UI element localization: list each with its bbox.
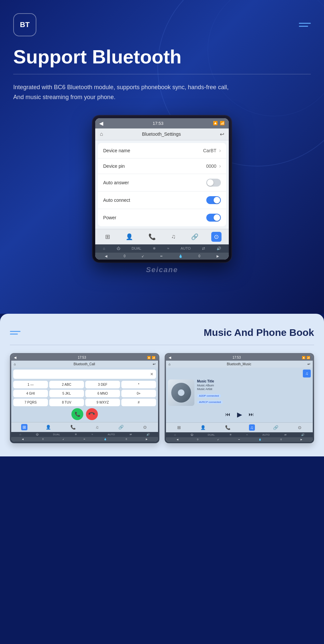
- phone-nav-title: Bluetooth_Call: [74, 362, 95, 366]
- music-time: 17:53: [232, 356, 241, 359]
- play-button[interactable]: ▶: [237, 411, 242, 418]
- phone-nav-contacts[interactable]: 👤: [44, 424, 52, 430]
- phone-input-field[interactable]: ✕: [13, 370, 156, 379]
- nav-music-item[interactable]: ♫: [169, 232, 179, 241]
- device-name-text: CarBT: [203, 148, 216, 153]
- phone-bottom-nav: ⊞ 👤 📞 ♫ 🔗 ⊙: [11, 422, 158, 432]
- music-sys-home[interactable]: ⌂: [174, 433, 176, 436]
- key-3[interactable]: 3 DEF: [85, 381, 120, 388]
- music-nav-music[interactable]: ♫: [249, 424, 255, 431]
- phone-call-device: ◀ 17:53 🔼 📶 ⌂ Bluetooth_Call ↩ ✕: [10, 353, 159, 443]
- nav-back-icon[interactable]: ↩: [220, 131, 224, 137]
- phone-sys-bar: ⌂ ⏻ DUAL ❄ ≈ AUTO ⇄ 🔊: [11, 432, 158, 437]
- section-menu-icon[interactable]: [10, 331, 20, 335]
- climate-drop: 💧: [179, 254, 182, 258]
- phone-cli-fwd[interactable]: ▶: [146, 438, 147, 441]
- music-back-icon[interactable]: ◀: [169, 356, 171, 359]
- nav-link-item[interactable]: 🔗: [188, 232, 201, 242]
- auto-connect-label: Auto connect: [103, 197, 130, 203]
- phone-nav-cam[interactable]: ⊙: [142, 424, 148, 430]
- phone-back-nav-icon[interactable]: ↩: [153, 362, 155, 366]
- phone-nav-phone[interactable]: 📞: [69, 424, 77, 430]
- climate-0-right: 0: [198, 254, 200, 258]
- clear-icon[interactable]: ✕: [150, 372, 153, 376]
- phone-sys-power[interactable]: ⏻: [36, 433, 38, 436]
- phone-home-icon[interactable]: ⌂: [14, 362, 16, 366]
- music-nav-cam[interactable]: ⊙: [297, 424, 303, 431]
- phone-nav-grid[interactable]: ⊞: [21, 424, 27, 430]
- phone-cli-0r: 0: [126, 438, 127, 441]
- settings-row-device-name[interactable]: Device name CarBT ›: [98, 143, 226, 159]
- music-note-icon[interactable]: ♫: [303, 370, 311, 377]
- sys-home[interactable]: ⌂: [103, 246, 105, 250]
- hero-description: Integrated with BC6 Bluetooth module, su…: [13, 82, 238, 102]
- climate-fwd[interactable]: ▶: [217, 254, 219, 258]
- phone-nav-link[interactable]: 🔗: [117, 424, 125, 430]
- climate-back[interactable]: ◀: [105, 254, 107, 258]
- music-cli-0: 0: [197, 438, 198, 441]
- music-home-icon[interactable]: ⌂: [169, 362, 171, 366]
- key-1[interactable]: 1 —: [13, 381, 48, 388]
- phone-cli-seat: ↙: [62, 438, 64, 441]
- nav-contacts-item[interactable]: 👤: [123, 232, 136, 242]
- settings-row-device-pin[interactable]: Device pin 0000 ›: [98, 159, 226, 174]
- call-buttons-row: 📞 📞: [13, 408, 156, 420]
- key-8[interactable]: 8 TUV: [49, 399, 84, 406]
- music-device: ◀ 17:53 🔼 📶 ⌂ Bluetooth_Music ↩ ♫: [165, 353, 314, 443]
- key-7[interactable]: 7 PQRS: [13, 399, 48, 406]
- device-mockup: ◀ 17:53 🔼 📶 ⌂ Bluetooth_Settings ↩: [13, 116, 311, 262]
- end-call-button[interactable]: 📞: [84, 406, 101, 423]
- nav-camera-item[interactable]: ⊙: [211, 232, 222, 242]
- music-controls: ⏮ ▶ ⏭: [168, 409, 311, 420]
- phone-screen-icons: 🔼 📶: [147, 356, 155, 359]
- phone-back-icon[interactable]: ◀: [14, 356, 17, 359]
- sys-car: ≈: [167, 246, 169, 250]
- back-button[interactable]: ◀: [99, 120, 103, 126]
- music-nav-phone[interactable]: 📞: [224, 424, 232, 431]
- music-cli-fwd[interactable]: ▶: [301, 438, 302, 441]
- prev-button[interactable]: ⏮: [225, 411, 230, 417]
- call-button[interactable]: 📞: [71, 408, 83, 420]
- next-button[interactable]: ⏭: [249, 411, 254, 417]
- phone-cli-back[interactable]: ◀: [22, 438, 23, 441]
- phone-sys-vol[interactable]: 🔊: [146, 433, 150, 436]
- nav-home-item[interactable]: ⊞: [102, 232, 113, 242]
- signal-icon: 📶: [220, 121, 225, 125]
- key-4[interactable]: 4 GHI: [13, 390, 48, 397]
- music-nav-grid[interactable]: ⊞: [176, 424, 182, 431]
- music-sys-vol[interactable]: 🔊: [301, 433, 304, 436]
- settings-row-auto-answer: Auto answer: [98, 174, 226, 192]
- key-6[interactable]: 6 MNO: [85, 390, 120, 397]
- hero-section: BT Support Bluetooth Integrated with BC6…: [0, 0, 324, 314]
- phone-sys-car: ≈: [92, 433, 93, 436]
- key-5[interactable]: 5 JKL: [49, 390, 84, 397]
- key-hash[interactable]: #: [121, 399, 156, 406]
- section-divider: [10, 345, 314, 345]
- power-label: Power: [103, 215, 116, 220]
- sys-snow: ❄: [153, 246, 156, 251]
- music-nav-contacts[interactable]: 👤: [199, 424, 207, 431]
- key-0plus[interactable]: 0+: [121, 390, 156, 397]
- home-icon[interactable]: ⌂: [100, 131, 103, 137]
- music-sys-dual: DUAL: [208, 433, 215, 436]
- music-sys-power[interactable]: ⏻: [190, 433, 193, 436]
- music-nav-link[interactable]: 🔗: [272, 424, 280, 431]
- phone-sys-home[interactable]: ⌂: [20, 433, 21, 436]
- power-toggle[interactable]: [206, 214, 221, 222]
- sys-power[interactable]: ⏻: [117, 246, 120, 250]
- auto-connect-toggle[interactable]: [206, 196, 221, 204]
- menu-icon[interactable]: [299, 23, 311, 27]
- key-star[interactable]: *: [121, 381, 156, 388]
- sys-vol[interactable]: 🔊: [217, 246, 221, 251]
- music-back-nav-icon[interactable]: ↩: [307, 362, 310, 366]
- system-bar: ⌂ ⏻ DUAL ❄ ≈ AUTO ⇄ 🔊: [95, 244, 229, 253]
- phone-nav-music[interactable]: ♫: [94, 424, 100, 430]
- bottom-section: Music And Phone Book ◀ 17:53 🔼 📶 ⌂ Blue: [0, 314, 324, 456]
- phone-screen: ✕ 1 — 2 ABC 3 DEF * 4 GHI 5 JKL 6 MNO 0+…: [11, 368, 158, 422]
- nav-phone-item[interactable]: 📞: [146, 232, 158, 242]
- key-2[interactable]: 2 ABC: [49, 381, 84, 388]
- music-cli-back[interactable]: ◀: [177, 438, 178, 441]
- key-9[interactable]: 9 WXYZ: [85, 399, 120, 406]
- auto-answer-toggle[interactable]: [206, 179, 221, 187]
- avrcp-badge: AVRCP connected: [197, 400, 223, 404]
